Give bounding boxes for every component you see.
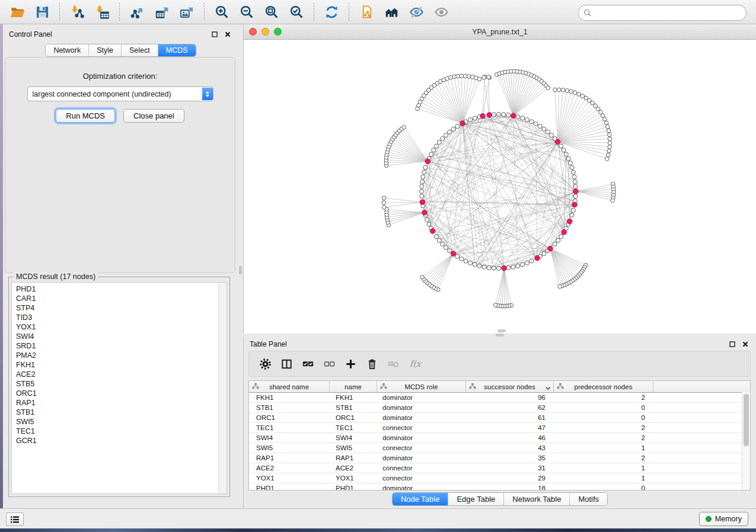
ring-node[interactable] <box>422 170 426 174</box>
mcds-hub-node[interactable] <box>425 159 430 164</box>
satellite-node[interactable] <box>487 75 491 79</box>
satellite-node[interactable] <box>420 275 425 280</box>
ring-node[interactable] <box>506 266 511 270</box>
export-network-button[interactable] <box>126 2 148 22</box>
ring-node[interactable] <box>571 170 575 174</box>
show-all-button[interactable] <box>430 2 452 22</box>
ring-node[interactable] <box>441 137 445 141</box>
mcds-hub-node[interactable] <box>572 202 578 207</box>
zoom-in-button[interactable] <box>211 2 232 22</box>
mcds-result-item[interactable]: SWI5 <box>16 417 227 427</box>
satellite-node[interactable] <box>601 114 605 118</box>
mcds-result-item[interactable]: SWI4 <box>16 332 227 341</box>
ring-node[interactable] <box>437 140 441 145</box>
mcds-result-item[interactable]: STP4 <box>16 303 227 313</box>
ring-node[interactable] <box>448 130 452 134</box>
satellite-node[interactable] <box>546 86 550 90</box>
ring-node[interactable] <box>473 116 477 120</box>
mcds-result-item[interactable]: GCR1 <box>16 436 227 446</box>
float-panel-icon[interactable] <box>210 30 219 39</box>
satellite-node[interactable] <box>482 75 486 79</box>
satellite-node[interactable] <box>604 121 608 125</box>
satellite-node[interactable] <box>606 125 610 129</box>
mcds-result-item[interactable]: PMA2 <box>16 351 227 360</box>
mcds-result-item[interactable]: SRD1 <box>16 341 227 351</box>
ring-node[interactable] <box>559 235 563 239</box>
mcds-result-item[interactable]: TID3 <box>16 313 227 322</box>
ring-node[interactable] <box>562 148 566 152</box>
ring-node[interactable] <box>525 118 529 122</box>
table-row[interactable]: SWI4SWI4dominator462 <box>249 433 750 443</box>
ring-node[interactable] <box>420 194 424 198</box>
mcds-hub-node[interactable] <box>420 200 425 205</box>
table-row[interactable]: ORC1ORC1dominator610 <box>249 413 750 423</box>
satellite-node[interactable] <box>557 88 562 92</box>
satellite-node[interactable] <box>382 206 387 210</box>
satellite-node[interactable] <box>607 149 611 153</box>
ring-node[interactable] <box>423 165 428 169</box>
satellite-node[interactable] <box>603 117 607 121</box>
mcds-hub-node[interactable] <box>562 230 567 235</box>
refresh-layout-button[interactable] <box>321 2 342 22</box>
ring-node[interactable] <box>529 259 534 263</box>
mcds-hub-node[interactable] <box>460 121 465 126</box>
satellite-node[interactable] <box>565 89 569 93</box>
zoom-window-icon[interactable] <box>274 28 282 36</box>
table-row[interactable]: YOX1YOX1connector291 <box>249 473 750 483</box>
mcds-result-item[interactable]: STB1 <box>16 408 227 417</box>
ring-node[interactable] <box>573 180 578 184</box>
ring-node[interactable] <box>468 261 473 265</box>
ring-node[interactable] <box>420 184 424 188</box>
table-row[interactable]: FKH1FKH1dominator962 <box>249 393 750 403</box>
ring-node[interactable] <box>571 209 575 213</box>
table-row[interactable]: PHD1PHD1dominator180 <box>249 483 750 491</box>
network-canvas[interactable] <box>244 40 756 334</box>
ring-node[interactable] <box>429 152 433 156</box>
close-panel-icon[interactable] <box>223 30 232 39</box>
table-row[interactable]: ACE2ACE2connector311 <box>249 463 750 473</box>
ring-node[interactable] <box>556 238 560 242</box>
ring-node[interactable] <box>420 180 425 184</box>
table-row[interactable]: STB1STB1dominator620 <box>249 403 750 413</box>
mcds-hub-node[interactable] <box>487 113 492 118</box>
satellite-node[interactable] <box>608 145 612 149</box>
ring-node[interactable] <box>482 265 486 269</box>
mcds-result-item[interactable]: RAP1 <box>16 398 227 408</box>
memory-button[interactable]: Memory <box>699 512 748 526</box>
ring-node[interactable] <box>448 249 452 253</box>
satellite-node[interactable] <box>599 110 603 114</box>
ring-node[interactable] <box>516 115 520 119</box>
mcds-hub-node[interactable] <box>548 246 553 251</box>
satellite-node[interactable] <box>608 133 612 137</box>
ring-node[interactable] <box>425 217 429 222</box>
ring-node[interactable] <box>502 113 506 117</box>
ring-node[interactable] <box>572 175 576 179</box>
satellite-node[interactable] <box>553 88 557 92</box>
panel-menu-button[interactable] <box>6 512 24 526</box>
ring-node[interactable] <box>427 222 431 226</box>
mcds-result-item[interactable]: FKH1 <box>16 360 227 370</box>
table-row[interactable]: SWI5SWI5connector431 <box>249 443 750 453</box>
close-table-panel-icon[interactable] <box>741 340 750 348</box>
minimize-window-icon[interactable] <box>261 28 269 36</box>
sort-chevron-icon[interactable] <box>546 384 551 389</box>
ring-node[interactable] <box>492 266 496 270</box>
zoom-selected-button[interactable] <box>286 2 307 22</box>
ring-node[interactable] <box>468 118 473 122</box>
table-tab-motifs[interactable]: Motifs <box>570 493 607 505</box>
zoom-fit-button[interactable] <box>261 2 282 22</box>
ring-node[interactable] <box>506 113 511 117</box>
open-file-button[interactable] <box>7 2 28 22</box>
table-tab-network-table[interactable]: Network Table <box>504 493 570 505</box>
satellite-node[interactable] <box>558 284 562 289</box>
delete-column-button[interactable] <box>362 354 382 374</box>
ring-node[interactable] <box>477 264 481 268</box>
mcds-hub-node[interactable] <box>480 114 486 119</box>
satellite-node[interactable] <box>569 89 573 94</box>
ring-node[interactable] <box>570 213 574 217</box>
satellite-node[interactable] <box>452 75 457 79</box>
import-table-button[interactable] <box>91 2 113 22</box>
ring-node[interactable] <box>432 148 436 152</box>
column-header-name[interactable]: name <box>330 381 377 392</box>
mcds-result-item[interactable]: CAR1 <box>16 294 227 303</box>
